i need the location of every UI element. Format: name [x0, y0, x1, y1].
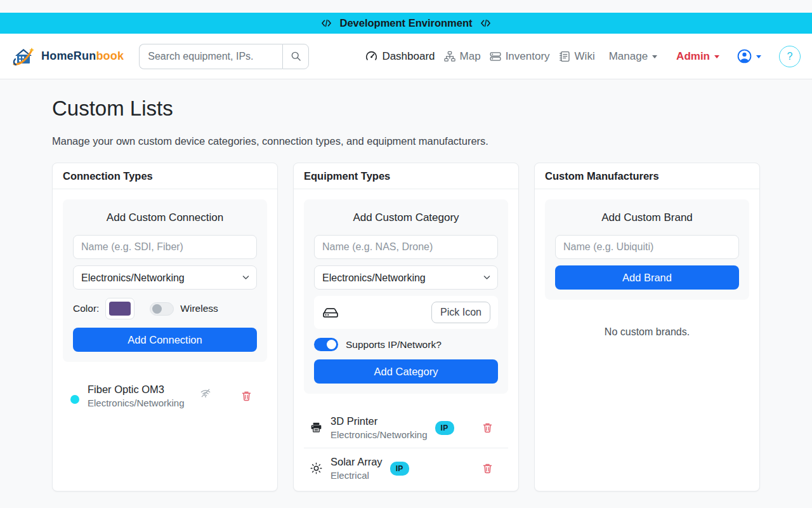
dev-environment-banner: Development Environment [0, 13, 812, 34]
printer-icon [310, 422, 322, 434]
trash-icon [482, 422, 493, 433]
brand-name: HomeRunbook [41, 50, 124, 63]
equipment-category: Electronics/Networking [331, 429, 428, 440]
person-circle-icon [737, 49, 752, 64]
caret-down-icon [714, 55, 719, 58]
wifi-slash-icon [200, 387, 211, 401]
form-heading: Add Custom Connection [73, 211, 257, 224]
manufacturers-card-title: Custom Manufacturers [535, 163, 759, 189]
add-category-form: Add Custom Category Electronics/Networki… [304, 199, 508, 394]
connection-name-input[interactable] [73, 235, 257, 259]
page-subtitle: Manage your own custom device categories… [52, 135, 760, 147]
trash-icon [241, 391, 252, 401]
equipment-category: Electrical [331, 470, 383, 481]
equipment-list-item: 3D Printer Electronics/Networking IP [304, 408, 508, 448]
hdd-icon [322, 305, 339, 319]
page-title: Custom Lists [52, 97, 760, 121]
search-input[interactable] [139, 44, 282, 69]
wireless-label: Wireless [180, 303, 218, 314]
stack-icon [490, 51, 501, 62]
diagram-icon [444, 51, 455, 62]
search-icon [291, 51, 301, 62]
navbar: HomeRunbook Dashboard Map Inventory [0, 34, 812, 79]
equipment-name: Solar Array [331, 456, 383, 468]
connection-list: Fiber Optic OM3 Electronics/Networking [63, 377, 267, 415]
delete-connection-button[interactable] [241, 391, 252, 401]
ip-badge: IP [390, 462, 409, 476]
supports-ip-toggle[interactable] [314, 338, 338, 351]
equipment-card-title: Equipment Types [294, 163, 518, 189]
global-search [139, 44, 309, 69]
nav-dropdown-admin[interactable]: Admin [671, 50, 724, 63]
supports-ip-label: Supports IP/Network? [346, 339, 442, 351]
house-logo-icon [11, 45, 37, 68]
connection-card-title: Connection Types [53, 163, 277, 189]
equipment-list-item: Solar Array Electrical IP [304, 448, 508, 488]
brand-logo[interactable]: HomeRunbook [11, 45, 124, 68]
sun-icon [310, 462, 322, 474]
pick-icon-button[interactable]: Pick Icon [431, 302, 490, 323]
nav-item-wiki[interactable]: Wiki [559, 50, 595, 63]
connection-list-item: Fiber Optic OM3 Electronics/Networking [63, 377, 267, 415]
connection-category-select[interactable]: Electronics/Networking [73, 265, 257, 290]
equipment-name: 3D Printer [331, 415, 428, 427]
trash-icon [482, 463, 493, 474]
banner-text: Development Environment [339, 17, 472, 29]
category-parent-select[interactable]: Electronics/Networking [314, 265, 498, 290]
color-picker[interactable] [105, 298, 134, 319]
equipment-types-card: Equipment Types Add Custom Category Elec… [293, 163, 519, 491]
ip-badge: IP [435, 421, 454, 435]
add-brand-form: Add Custom Brand Add Brand [545, 199, 749, 300]
nav-links: Dashboard Map Inventory Wiki Manage Admi… [365, 46, 801, 67]
caret-down-icon [652, 55, 657, 58]
connection-types-card: Connection Types Add Custom Connection E… [52, 163, 278, 491]
custom-manufacturers-card: Custom Manufacturers Add Custom Brand Ad… [534, 163, 760, 491]
delete-category-button[interactable] [482, 463, 493, 474]
wireless-toggle[interactable] [150, 302, 174, 316]
add-connection-form: Add Custom Connection Electronics/Networ… [63, 199, 267, 362]
delete-category-button[interactable] [482, 422, 493, 433]
help-button[interactable]: ? [779, 46, 801, 67]
top-spacer [0, 0, 812, 13]
brand-name-input[interactable] [555, 235, 739, 259]
nav-item-inventory[interactable]: Inventory [490, 50, 550, 63]
equipment-list: 3D Printer Electronics/Networking IP [304, 408, 508, 488]
category-name-input[interactable] [314, 235, 498, 259]
code-slash-icon [321, 18, 332, 29]
form-heading: Add Custom Brand [555, 211, 739, 224]
icon-picker-row: Pick Icon [314, 296, 498, 329]
connection-color-dot [70, 395, 79, 404]
empty-brands-message: No custom brands. [545, 326, 749, 338]
add-brand-button[interactable]: Add Brand [555, 265, 739, 290]
form-heading: Add Custom Category [314, 211, 498, 224]
connection-name: Fiber Optic OM3 [88, 384, 185, 396]
search-button[interactable] [282, 44, 309, 69]
speedometer-icon [365, 50, 377, 62]
add-connection-button[interactable]: Add Connection [73, 328, 257, 352]
journal-icon [559, 51, 570, 62]
code-slash-icon [480, 18, 491, 29]
connection-category: Electronics/Networking [88, 398, 185, 408]
nav-item-map[interactable]: Map [444, 50, 481, 63]
color-label: Color: [73, 303, 99, 314]
nav-dropdown-manage[interactable]: Manage [604, 50, 662, 63]
main-content: Custom Lists Manage your own custom devi… [0, 97, 812, 491]
user-menu[interactable] [737, 49, 761, 64]
nav-item-dashboard[interactable]: Dashboard [365, 50, 435, 63]
cards-row: Connection Types Add Custom Connection E… [52, 163, 760, 491]
caret-down-icon [756, 55, 761, 58]
add-category-button[interactable]: Add Category [314, 359, 498, 384]
